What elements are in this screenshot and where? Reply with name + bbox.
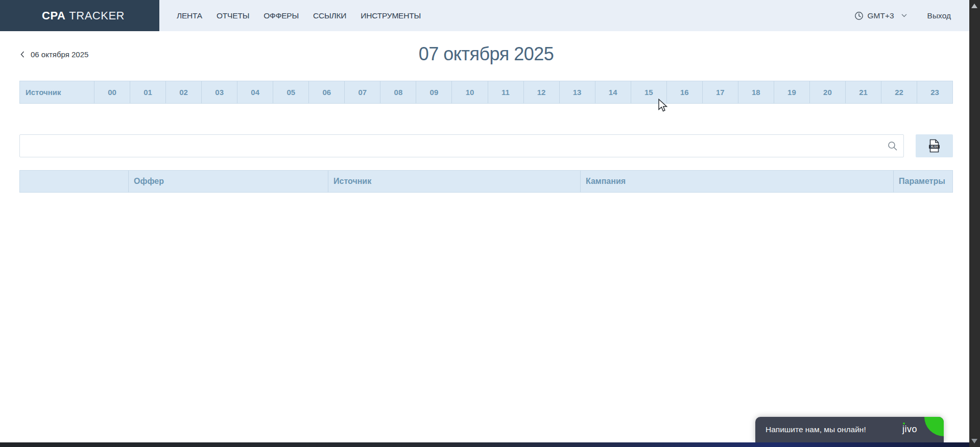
app-logo[interactable]: CPA TRACKER — [0, 0, 159, 31]
vertical-scrollbar[interactable] — [969, 0, 980, 447]
scroll-down-arrow-icon[interactable] — [971, 439, 977, 443]
hour-cell-22[interactable]: 22 — [881, 81, 917, 103]
cpa-tracker-page: CPA TRACKER ЛЕНТАОТЧЕТЫОФФЕРЫССЫЛКИИНСТР… — [0, 0, 980, 447]
bottom-section-edge — [0, 442, 969, 447]
hour-cell-08[interactable]: 08 — [380, 81, 416, 103]
results-col-1: Оффер — [128, 171, 328, 192]
logout-link[interactable]: Выход — [927, 11, 951, 20]
hour-cell-17[interactable]: 17 — [702, 81, 738, 103]
hour-source-header: Источник — [20, 81, 94, 103]
hour-cell-12[interactable]: 12 — [523, 81, 559, 103]
clock-icon — [854, 11, 864, 20]
hour-cell-07[interactable]: 07 — [344, 81, 380, 103]
results-col-2: Источник — [328, 171, 580, 192]
hour-cell-04[interactable]: 04 — [237, 81, 273, 103]
nav-item-offery[interactable]: ОФФЕРЫ — [264, 11, 299, 20]
hour-cell-11[interactable]: 11 — [488, 81, 523, 103]
top-header: CPA TRACKER ЛЕНТАОТЧЕТЫОФФЕРЫССЫЛКИИНСТР… — [0, 0, 969, 31]
chevron-down-icon — [901, 14, 907, 17]
chat-widget[interactable]: Напишите нам, мы онлайн! jivo — [755, 417, 944, 442]
nav-item-instrumenty[interactable]: ИНСТРУМЕНТЫ — [361, 11, 421, 20]
hour-cell-16[interactable]: 16 — [666, 81, 702, 103]
hour-cell-00[interactable]: 00 — [94, 81, 130, 103]
hour-cell-23[interactable]: 23 — [917, 81, 952, 103]
hour-cell-14[interactable]: 14 — [595, 81, 631, 103]
logo-rest-text: TRACKER — [69, 9, 125, 22]
hour-cell-19[interactable]: 19 — [774, 81, 809, 103]
timezone-selector[interactable]: GMT+3 — [854, 11, 907, 20]
logo-bold-text: CPA — [42, 9, 65, 22]
hour-cell-05[interactable]: 05 — [273, 81, 308, 103]
results-col-3: Кампания — [580, 171, 893, 192]
main-nav: ЛЕНТАОТЧЕТЫОФФЕРЫССЫЛКИИНСТРУМЕНТЫ — [177, 0, 421, 31]
search-icon[interactable] — [888, 141, 898, 151]
hour-cell-03[interactable]: 03 — [201, 81, 237, 103]
hour-cell-02[interactable]: 02 — [165, 81, 201, 103]
hour-cell-06[interactable]: 06 — [308, 81, 344, 103]
hour-cell-21[interactable]: 21 — [845, 81, 881, 103]
nav-item-ssylki[interactable]: ССЫЛКИ — [313, 11, 346, 20]
results-col-4: Параметры — [893, 171, 953, 192]
search-bar — [19, 134, 904, 157]
export-xlsx-button[interactable]: XLSX — [916, 134, 953, 157]
hour-cell-01[interactable]: 01 — [130, 81, 165, 103]
timezone-label: GMT+3 — [868, 11, 894, 20]
hour-cell-15[interactable]: 15 — [631, 81, 666, 103]
scroll-up-arrow-icon[interactable] — [971, 4, 977, 8]
hour-cell-13[interactable]: 13 — [559, 81, 595, 103]
hour-cell-18[interactable]: 18 — [738, 81, 774, 103]
hour-cell-10[interactable]: 10 — [451, 81, 487, 103]
results-col-empty — [20, 171, 128, 192]
hour-cell-09[interactable]: 09 — [416, 81, 451, 103]
chat-message: Напишите нам, мы онлайн! — [766, 425, 866, 434]
header-right: GMT+3 Выход — [854, 0, 951, 31]
hour-cell-20[interactable]: 20 — [809, 81, 845, 103]
hourly-table-header: Источник 0001020304050607080910111213141… — [19, 81, 953, 104]
jivo-logo: jivo — [902, 424, 917, 435]
results-table-header: ОфферИсточникКампанияПараметры — [19, 170, 953, 193]
nav-item-lenta[interactable]: ЛЕНТА — [177, 11, 202, 20]
xlsx-file-icon: XLSX — [928, 139, 940, 153]
xlsx-badge-text: XLSX — [930, 145, 938, 148]
search-input[interactable] — [19, 134, 904, 157]
page-title: 07 октября 2025 — [19, 43, 953, 65]
jivo-leaf-icon — [924, 417, 944, 436]
nav-item-otchety[interactable]: ОТЧЕТЫ — [217, 11, 249, 20]
